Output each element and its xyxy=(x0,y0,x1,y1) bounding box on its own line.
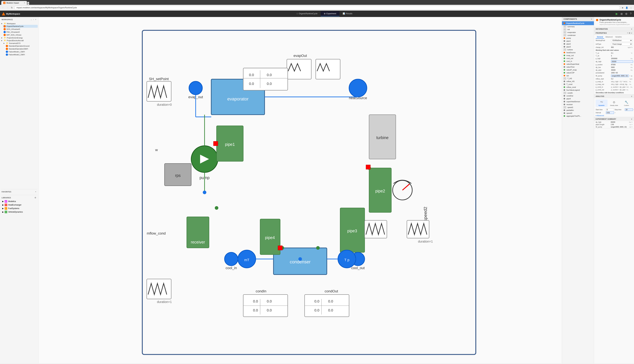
comp-item-turbine[interactable]: ⊟ turbine xyxy=(562,48,594,51)
comp-item-speed2[interactable]: speed2 xyxy=(562,112,594,114)
tab-experiment[interactable]: ⊞ Experiment xyxy=(321,11,339,16)
analysis-advanced-btn[interactable]: ▾ Advanced xyxy=(594,114,634,117)
analysis-type-custom[interactable]: 🔧 Custom xyxy=(620,100,632,107)
library-item-fuel[interactable]: ▶ F FuelSystems xyxy=(2,207,37,210)
comp-item-valueTime[interactable]: valueTime xyxy=(562,66,594,68)
comp-item-mflow_HS[interactable]: mflow_HS xyxy=(562,80,594,83)
sidebar-item-scenariosECS[interactable]: ▶ 📁 ScenariosECS xyxy=(3,42,38,44)
sidebar-item-wip[interactable]: WIP_SOG_HXnew xyxy=(3,34,38,36)
sidebar-item-standardGround[interactable]: StandardOperationGround xyxy=(5,44,38,48)
run-button[interactable]: ▶ xyxy=(615,12,618,16)
components-collapse-btn[interactable]: ∨ xyxy=(591,18,592,20)
workspace-add-btn[interactable]: + xyxy=(35,18,37,21)
sidebar-item-fm1[interactable]: FM1_HXvariant3 xyxy=(3,30,38,34)
help-btn[interactable]: ? xyxy=(629,12,632,16)
comp-item-evaporator[interactable]: ⊟ evaporator xyxy=(562,31,594,34)
properties-filter-btn[interactable]: ⊞ xyxy=(629,32,630,34)
analysis-collapse-btn[interactable]: ∨ xyxy=(631,95,632,98)
sidebar-item-electricAircraft[interactable]: ▶ 📁 ProjectElectricAircraft xyxy=(1,39,38,42)
back-btn[interactable]: ← xyxy=(1,6,5,9)
comp-item-fourValueLegend[interactable]: fourValueLegend xyxy=(562,88,594,92)
exp-summary-clear-dp_high-btn[interactable]: × xyxy=(631,121,632,123)
profile-btn[interactable]: 👤 xyxy=(625,6,629,9)
comp-item-valueSuperHeat[interactable]: valueSuperHeat xyxy=(562,63,594,66)
layout-btn[interactable]: ⊞ xyxy=(620,12,623,16)
analysis-interval-clear-btn[interactable]: × xyxy=(614,112,615,114)
comp-item-condOut[interactable]: condOut xyxy=(562,94,594,97)
address-bar[interactable] xyxy=(15,6,620,10)
information-expand-btn[interactable]: ∨ xyxy=(631,28,632,30)
tab-results[interactable]: 📊 Results xyxy=(339,11,356,16)
canvas-container[interactable]: evaporator condenser pump turbine heatSo… xyxy=(39,17,562,363)
prop-tab-advanced[interactable]: Advanced xyxy=(604,36,614,38)
favorites-add-btn[interactable]: + xyxy=(35,190,37,193)
comp-item-T_cond[interactable]: T_cond xyxy=(562,83,594,86)
components-selected-item[interactable]: OrganicRankineCycle xyxy=(562,21,594,25)
comp-item-heatSource[interactable]: heatSource xyxy=(562,51,594,54)
prop-information-header[interactable]: INFORMATION ∨ xyxy=(594,27,634,31)
comp-item-valueCOP[interactable]: valueCOP xyxy=(562,71,594,74)
analysis-type-steady[interactable]: ⊙ Steady state xyxy=(608,100,620,107)
prop-input-W_pump[interactable] xyxy=(611,75,629,77)
analysis-interval-input[interactable] xyxy=(606,112,614,114)
comp-item-pipe3[interactable]: pipe3 xyxy=(562,45,594,48)
library-item-hx[interactable]: ▶ H HeatExchanger xyxy=(2,203,37,207)
refresh-btn[interactable]: ↻ xyxy=(10,6,14,9)
comp-item-pipe1[interactable]: pipe1 xyxy=(562,40,594,42)
comp-item-cool_in[interactable]: cool_in xyxy=(562,60,594,63)
forward-btn[interactable]: → xyxy=(6,6,9,9)
analysis-stop-input[interactable] xyxy=(625,108,633,111)
prop-input-dp_high[interactable] xyxy=(611,60,633,63)
comp-item-valueP_evap[interactable]: valueP_evap xyxy=(562,68,594,71)
workspace-upload-btn[interactable]: ↓ xyxy=(30,18,32,21)
prop-select-initType[interactable]: Fixed charge xyxy=(611,43,632,46)
prop-properties-header[interactable]: PROPERTIES + ⊞ ∨ xyxy=(594,31,634,35)
exp-summary-collapse-btn[interactable]: ∨ xyxy=(631,118,632,120)
sidebar-item-failure2[interactable]: FailureMode2_33kFt xyxy=(5,53,38,56)
sidebar-item-organic[interactable]: OrganicRankineCycle xyxy=(3,25,38,28)
comp-item-speed1[interactable]: ⊟ speed1 xyxy=(562,106,594,109)
comp-item-cool_out[interactable]: cool_out xyxy=(562,57,594,60)
prop-clear-dp_high-btn[interactable]: × xyxy=(633,61,634,62)
browser-tab-active[interactable]: M Modelon Impact × xyxy=(1,1,27,5)
comp-item-T_HS[interactable]: ⊟ T_HS xyxy=(562,77,594,80)
comp-item-superHeatSensor[interactable]: superHeatSensor xyxy=(562,100,594,103)
sidebar-item-greenEnergy[interactable]: ▶ 📁 ProjectGreenEnergy xyxy=(1,36,38,39)
library-item-vehicle[interactable]: ▶ V VehicleDynamics xyxy=(2,210,37,214)
analysis-start-input[interactable] xyxy=(606,108,614,111)
comp-item-partialArc[interactable]: partialArc xyxy=(562,109,594,112)
comp-item-aggregateTwoPh[interactable]: aggregateTwoPh... xyxy=(562,114,594,118)
properties-add-btn[interactable]: + xyxy=(627,32,628,34)
settings-btn[interactable]: ⚙ xyxy=(624,12,628,16)
sidebar-item-sog1[interactable]: SOG_HXvariant3 xyxy=(3,28,38,30)
bookmark-btn[interactable]: ★ xyxy=(621,6,624,9)
comp-item-rps[interactable]: rps xyxy=(562,74,594,77)
tab-model[interactable]: □ OrganicRankineCycle xyxy=(294,11,321,16)
library-item-modelica[interactable]: ▶ M Modelica xyxy=(2,200,37,203)
prop-select-WorkingFluid[interactable]: R245faShort xyxy=(611,39,632,42)
workspace-import-btn[interactable]: ↑ xyxy=(32,18,34,21)
comp-item-mflow_cond[interactable]: mflow_cond xyxy=(562,86,594,88)
comp-item-init[interactable]: ⊟ init xyxy=(562,28,594,31)
comp-item-condIn[interactable]: ⊟ condIn xyxy=(562,92,594,94)
prop-tab-general[interactable]: General xyxy=(596,36,604,38)
sidebar-item-workspace[interactable]: ▶ 📁 Workspace xyxy=(1,22,38,25)
properties-expand-btn[interactable]: ∨ xyxy=(631,32,632,34)
libraries-gear-btn[interactable]: ⚙ xyxy=(34,196,37,199)
exp-summary-header[interactable]: EXPERIMENT SUMMARY ∨ xyxy=(594,117,634,121)
comp-item-summary[interactable]: ⊟ summary xyxy=(562,25,594,28)
comp-item-receiver[interactable]: receiver xyxy=(562,103,594,106)
comp-item-pipe2[interactable]: pipe2 xyxy=(562,42,594,45)
prop-clear-W_pump-btn[interactable]: × xyxy=(629,75,631,77)
menu-btn[interactable]: ⋮ xyxy=(629,6,633,9)
comp-item-evap_out[interactable]: evap_out xyxy=(562,54,594,57)
exp-summary-clear-W_pump-btn[interactable]: × xyxy=(631,126,632,128)
new-tab-btn[interactable]: + xyxy=(27,2,29,5)
sidebar-item-failure1[interactable]: FailureMode1_33kFt xyxy=(5,50,38,53)
analysis-type-dynamic[interactable]: 〜 Dynamic xyxy=(596,100,607,107)
comp-item-pipe4[interactable]: pipe4 xyxy=(562,97,594,100)
comp-item-condenser[interactable]: ⊟ condenser xyxy=(562,34,594,37)
sidebar-item-standard33[interactable]: StandardOperation33kFt xyxy=(5,48,38,50)
prop-tab-variables[interactable]: Variables xyxy=(614,36,623,38)
tab-close-btn[interactable]: × xyxy=(24,2,25,4)
